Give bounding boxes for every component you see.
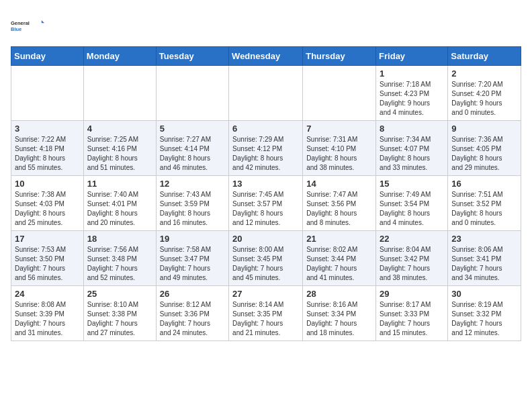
day-number: 10 [15, 179, 80, 189]
calendar-cell: 7Sunrise: 7:31 AM Sunset: 4:10 PM Daylig… [303, 121, 376, 176]
day-info: Sunrise: 7:43 AM Sunset: 3:59 PM Dayligh… [160, 190, 225, 228]
day-info: Sunrise: 8:00 AM Sunset: 3:45 PM Dayligh… [232, 245, 299, 283]
calendar-week-row: 10Sunrise: 7:38 AM Sunset: 4:03 PM Dayli… [11, 176, 521, 231]
day-info: Sunrise: 7:31 AM Sunset: 4:10 PM Dayligh… [306, 135, 372, 173]
col-header-saturday: Saturday [448, 47, 521, 66]
logo-svg: General Blue [11, 11, 44, 41]
col-header-wednesday: Wednesday [229, 47, 303, 66]
day-number: 26 [160, 289, 225, 299]
day-info: Sunrise: 8:12 AM Sunset: 3:36 PM Dayligh… [160, 300, 225, 338]
day-number: 15 [380, 179, 444, 189]
day-info: Sunrise: 7:51 AM Sunset: 3:52 PM Dayligh… [451, 190, 517, 228]
day-number: 23 [451, 234, 517, 244]
day-info: Sunrise: 8:17 AM Sunset: 3:33 PM Dayligh… [380, 300, 444, 338]
day-number: 18 [87, 234, 152, 244]
day-number: 16 [451, 179, 517, 189]
calendar-cell [229, 66, 303, 121]
calendar-cell [11, 66, 84, 121]
day-number: 13 [232, 179, 299, 189]
calendar-cell: 14Sunrise: 7:47 AM Sunset: 3:56 PM Dayli… [303, 176, 376, 231]
col-header-monday: Monday [83, 47, 156, 66]
col-header-friday: Friday [376, 47, 448, 66]
calendar-header-row: SundayMondayTuesdayWednesdayThursdayFrid… [11, 47, 521, 66]
day-info: Sunrise: 7:45 AM Sunset: 3:57 PM Dayligh… [232, 190, 299, 228]
day-number: 17 [15, 234, 80, 244]
calendar-week-row: 24Sunrise: 8:08 AM Sunset: 3:39 PM Dayli… [11, 286, 521, 341]
day-number: 24 [15, 289, 80, 299]
day-number: 25 [87, 289, 152, 299]
day-number: 2 [451, 68, 517, 79]
calendar-cell: 28Sunrise: 8:16 AM Sunset: 3:34 PM Dayli… [303, 286, 376, 341]
day-info: Sunrise: 7:56 AM Sunset: 3:48 PM Dayligh… [87, 245, 152, 283]
calendar-week-row: 3Sunrise: 7:22 AM Sunset: 4:18 PM Daylig… [11, 121, 521, 176]
calendar-cell: 26Sunrise: 8:12 AM Sunset: 3:36 PM Dayli… [156, 286, 228, 341]
day-info: Sunrise: 7:18 AM Sunset: 4:23 PM Dayligh… [380, 80, 444, 118]
day-number: 6 [232, 124, 299, 134]
day-number: 27 [232, 289, 299, 299]
calendar-week-row: 17Sunrise: 7:53 AM Sunset: 3:50 PM Dayli… [11, 231, 521, 286]
day-info: Sunrise: 8:02 AM Sunset: 3:44 PM Dayligh… [306, 245, 372, 283]
calendar-cell [83, 66, 156, 121]
day-info: Sunrise: 8:14 AM Sunset: 3:35 PM Dayligh… [232, 300, 299, 338]
day-number: 21 [306, 234, 372, 244]
day-info: Sunrise: 8:04 AM Sunset: 3:42 PM Dayligh… [380, 245, 444, 283]
day-info: Sunrise: 7:47 AM Sunset: 3:56 PM Dayligh… [306, 190, 372, 228]
calendar-cell: 22Sunrise: 8:04 AM Sunset: 3:42 PM Dayli… [376, 231, 448, 286]
day-number: 9 [451, 124, 517, 134]
day-info: Sunrise: 7:27 AM Sunset: 4:14 PM Dayligh… [160, 135, 225, 173]
col-header-tuesday: Tuesday [156, 47, 228, 66]
calendar-cell: 29Sunrise: 8:17 AM Sunset: 3:33 PM Dayli… [376, 286, 448, 341]
day-number: 29 [380, 289, 444, 299]
day-number: 20 [232, 234, 299, 244]
calendar-cell: 27Sunrise: 8:14 AM Sunset: 3:35 PM Dayli… [229, 286, 303, 341]
calendar-cell: 9Sunrise: 7:36 AM Sunset: 4:05 PM Daylig… [448, 121, 521, 176]
calendar-cell: 13Sunrise: 7:45 AM Sunset: 3:57 PM Dayli… [229, 176, 303, 231]
calendar-cell: 19Sunrise: 7:58 AM Sunset: 3:47 PM Dayli… [156, 231, 228, 286]
day-info: Sunrise: 7:25 AM Sunset: 4:16 PM Dayligh… [87, 135, 152, 173]
calendar-cell: 23Sunrise: 8:06 AM Sunset: 3:41 PM Dayli… [448, 231, 521, 286]
calendar-cell: 11Sunrise: 7:40 AM Sunset: 4:01 PM Dayli… [83, 176, 156, 231]
day-number: 14 [306, 179, 372, 189]
calendar-cell: 12Sunrise: 7:43 AM Sunset: 3:59 PM Dayli… [156, 176, 228, 231]
day-info: Sunrise: 8:08 AM Sunset: 3:39 PM Dayligh… [15, 300, 80, 338]
logo: General Blue [11, 11, 44, 41]
calendar-cell: 4Sunrise: 7:25 AM Sunset: 4:16 PM Daylig… [83, 121, 156, 176]
col-header-thursday: Thursday [303, 47, 376, 66]
day-info: Sunrise: 7:40 AM Sunset: 4:01 PM Dayligh… [87, 190, 152, 228]
day-info: Sunrise: 7:38 AM Sunset: 4:03 PM Dayligh… [15, 190, 80, 228]
day-info: Sunrise: 7:53 AM Sunset: 3:50 PM Dayligh… [15, 245, 80, 283]
day-number: 30 [451, 289, 517, 299]
day-info: Sunrise: 8:10 AM Sunset: 3:38 PM Dayligh… [87, 300, 152, 338]
calendar-cell: 15Sunrise: 7:49 AM Sunset: 3:54 PM Dayli… [376, 176, 448, 231]
calendar-cell: 6Sunrise: 7:29 AM Sunset: 4:12 PM Daylig… [229, 121, 303, 176]
day-info: Sunrise: 8:19 AM Sunset: 3:32 PM Dayligh… [451, 300, 517, 338]
calendar-cell: 10Sunrise: 7:38 AM Sunset: 4:03 PM Dayli… [11, 176, 84, 231]
day-number: 12 [160, 179, 225, 189]
svg-marker-2 [42, 20, 44, 23]
day-number: 11 [87, 179, 152, 189]
calendar-cell: 20Sunrise: 8:00 AM Sunset: 3:45 PM Dayli… [229, 231, 303, 286]
col-header-sunday: Sunday [11, 47, 84, 66]
day-info: Sunrise: 7:34 AM Sunset: 4:07 PM Dayligh… [380, 135, 444, 173]
day-number: 7 [306, 124, 372, 134]
day-number: 3 [15, 124, 80, 134]
day-number: 19 [160, 234, 225, 244]
calendar-cell: 1Sunrise: 7:18 AM Sunset: 4:23 PM Daylig… [376, 66, 448, 121]
calendar-week-row: 1Sunrise: 7:18 AM Sunset: 4:23 PM Daylig… [11, 66, 521, 121]
calendar-cell: 24Sunrise: 8:08 AM Sunset: 3:39 PM Dayli… [11, 286, 84, 341]
day-number: 1 [380, 68, 444, 79]
day-info: Sunrise: 8:06 AM Sunset: 3:41 PM Dayligh… [451, 245, 517, 283]
page-header: General Blue [11, 11, 521, 41]
calendar-cell: 21Sunrise: 8:02 AM Sunset: 3:44 PM Dayli… [303, 231, 376, 286]
day-number: 22 [380, 234, 444, 244]
calendar-cell [303, 66, 376, 121]
calendar-cell: 16Sunrise: 7:51 AM Sunset: 3:52 PM Dayli… [448, 176, 521, 231]
day-info: Sunrise: 7:22 AM Sunset: 4:18 PM Dayligh… [15, 135, 80, 173]
day-info: Sunrise: 8:16 AM Sunset: 3:34 PM Dayligh… [306, 300, 372, 338]
day-number: 5 [160, 124, 225, 134]
day-number: 4 [87, 124, 152, 134]
calendar-cell: 2Sunrise: 7:20 AM Sunset: 4:20 PM Daylig… [448, 66, 521, 121]
calendar-cell: 25Sunrise: 8:10 AM Sunset: 3:38 PM Dayli… [83, 286, 156, 341]
day-number: 8 [380, 124, 444, 134]
svg-text:Blue: Blue [11, 26, 21, 32]
